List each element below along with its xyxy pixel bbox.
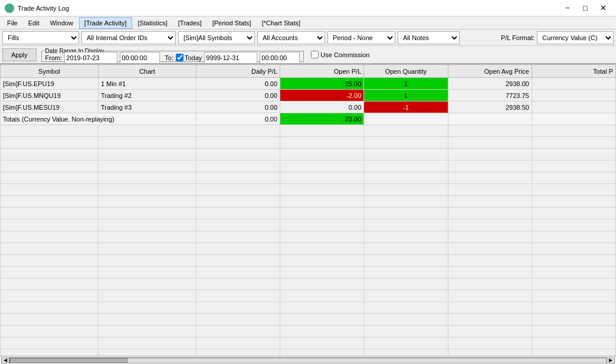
table-row: [Sim]F.US.EPU19 1 Min #1 0.00 25.00 1 29… — [1, 78, 616, 90]
accounts-select[interactable]: All Accounts — [257, 31, 325, 44]
col-header-daily-pl: Daily P/L — [196, 65, 280, 78]
to-date-input[interactable] — [204, 52, 257, 64]
cell-open-avg: 2938.00 — [448, 78, 532, 90]
cell-daily-pl: 0.00 — [196, 90, 280, 101]
cell-total-pl — [532, 101, 615, 113]
menu-statistics[interactable]: [Statistics] — [133, 17, 172, 29]
table-row: [Sim]F.US.MNQU19 Trading #2 0.00 -2.00 1… — [1, 90, 616, 101]
trade-table: Symbol Chart Daily P/L Open P/L Open Qua… — [0, 64, 616, 356]
scrollbar-thumb[interactable] — [10, 358, 128, 363]
totals-label: Totals (Currency Value. Non-replaying) — [1, 113, 196, 125]
order-ids-select[interactable]: All Internal Order IDs — [81, 31, 176, 44]
table-row — [1, 125, 616, 137]
cell-total-pl — [532, 78, 615, 90]
table-row — [1, 278, 616, 290]
cell-open-pl: -2.00 — [280, 90, 364, 101]
totals-total-pl — [532, 113, 615, 125]
table-row — [1, 337, 616, 349]
use-commission-wrapper: Use Commission — [311, 51, 369, 58]
use-commission-label: Use Commission — [320, 51, 369, 58]
table-row — [1, 255, 616, 267]
table-row — [1, 160, 616, 172]
col-header-open-qty: Open Quantity — [364, 65, 448, 78]
table-row — [1, 290, 616, 302]
minimize-button[interactable]: − — [559, 2, 576, 14]
table-row — [1, 302, 616, 314]
pl-format-label: P/L Format: — [501, 34, 535, 41]
to-label: To: — [165, 54, 173, 61]
menu-edit[interactable]: Edit — [24, 17, 44, 29]
col-header-chart: Chart — [98, 65, 196, 78]
table-row — [1, 267, 616, 278]
cell-open-qty: 1 — [364, 78, 448, 90]
table-row — [1, 219, 616, 231]
table-row — [1, 243, 616, 255]
from-time-input[interactable] — [120, 52, 160, 64]
symbols-select[interactable]: [Sim]All Symbols — [178, 31, 255, 44]
cell-symbol: [Sim]F.US.EPU19 — [1, 78, 99, 90]
table-row — [1, 172, 616, 184]
col-header-total-pl: Total P — [532, 65, 615, 78]
table-row — [1, 349, 616, 356]
horizontal-scrollbar[interactable]: ◀ ▶ — [0, 356, 616, 364]
table-header-row: Symbol Chart Daily P/L Open P/L Open Qua… — [1, 65, 616, 78]
from-date-input[interactable] — [64, 52, 117, 64]
maximize-button[interactable]: □ — [577, 2, 594, 14]
today-checkbox-label[interactable]: Today — [176, 54, 202, 61]
menu-chart-stats[interactable]: [*Chart Stats] — [257, 17, 305, 29]
menu-period-stats[interactable]: [Period Stats] — [208, 17, 256, 29]
menu-file[interactable]: File — [2, 17, 22, 29]
totals-row: Totals (Currency Value. Non-replaying) 0… — [1, 113, 616, 125]
app-icon — [5, 4, 14, 13]
period-select[interactable]: Period - None — [327, 31, 395, 44]
table-row — [1, 184, 616, 196]
table-row — [1, 314, 616, 326]
cell-symbol: [Sim]F.US.MNQU19 — [1, 90, 99, 101]
totals-open-qty — [364, 113, 448, 125]
menu-bar: File Edit Window [Trade Activity] [Stati… — [0, 17, 616, 29]
today-checkbox[interactable] — [176, 54, 184, 61]
table-container[interactable]: Symbol Chart Daily P/L Open P/L Open Qua… — [0, 64, 616, 356]
table-row — [1, 137, 616, 149]
table-row — [1, 196, 616, 208]
totals-open-pl: 23.00 — [280, 113, 364, 125]
table-row — [1, 149, 616, 160]
table-row — [1, 208, 616, 219]
window-controls: − □ ✕ — [559, 2, 611, 14]
cell-total-pl — [532, 90, 615, 101]
toolbar-row2: Apply Date Range to Display From: To: To… — [0, 46, 616, 64]
totals-open-avg — [448, 113, 532, 125]
cell-open-qty: 1 — [364, 90, 448, 101]
cell-open-pl: 0.00 — [280, 101, 364, 113]
cell-open-qty: -1 — [364, 101, 448, 113]
title-bar: Trade Activity Log − □ ✕ — [0, 0, 616, 17]
scroll-right-button[interactable]: ▶ — [607, 358, 615, 363]
scrollbar-track[interactable] — [9, 358, 607, 363]
table-row — [1, 326, 616, 337]
close-button[interactable]: ✕ — [595, 2, 611, 14]
from-label: From: — [45, 54, 63, 61]
col-header-open-pl: Open P/L — [280, 65, 364, 78]
cell-symbol: [Sim]F.US.MESU19 — [1, 101, 99, 113]
col-header-open-avg: Open Avg Price — [448, 65, 532, 78]
cell-daily-pl: 0.00 — [196, 78, 280, 90]
cell-open-pl: 25.00 — [280, 78, 364, 90]
to-time-input[interactable] — [260, 52, 300, 64]
table-row — [1, 231, 616, 243]
cell-daily-pl: 0.00 — [196, 101, 280, 113]
fills-select[interactable]: Fills — [2, 31, 79, 44]
menu-window[interactable]: Window — [45, 17, 78, 29]
cell-open-avg: 2938.50 — [448, 101, 532, 113]
window-title: Trade Activity Log — [18, 5, 69, 12]
cell-chart: 1 Min #1 — [98, 78, 196, 90]
notes-select[interactable]: All Notes — [398, 31, 460, 44]
pl-format-select[interactable]: Currency Value (C) — [537, 31, 614, 44]
toolbar-row1: Fills All Internal Order IDs [Sim]All Sy… — [0, 29, 616, 46]
menu-trades[interactable]: [Trades] — [173, 17, 207, 29]
table-row: [Sim]F.US.MESU19 Trading #3 0.00 0.00 -1… — [1, 101, 616, 113]
today-label: Today — [185, 54, 202, 61]
scroll-left-button[interactable]: ◀ — [1, 358, 9, 363]
menu-trade-activity[interactable]: [Trade Activity] — [79, 17, 132, 29]
apply-button[interactable]: Apply — [2, 48, 37, 61]
use-commission-checkbox[interactable] — [311, 51, 319, 58]
